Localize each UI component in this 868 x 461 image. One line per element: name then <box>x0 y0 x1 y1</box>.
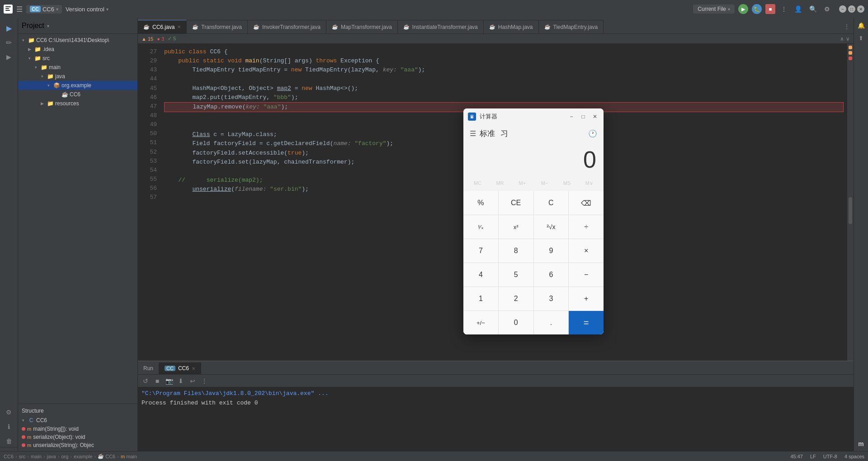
stop-button[interactable]: ■ <box>765 4 775 14</box>
m-icon[interactable]: m <box>856 438 867 449</box>
bottom-tab-run[interactable]: Run <box>138 362 159 374</box>
tree-item-src[interactable]: ▾ 📁 src <box>18 54 137 63</box>
tree-item-idea[interactable]: ▶ 📁 .idea <box>18 45 137 54</box>
current-file-selector[interactable]: Current File ▾ <box>693 5 735 14</box>
calc-mv-button[interactable]: M∨ <box>579 177 600 189</box>
breadcrumb-cc6-file[interactable]: ☕ CC6 <box>98 453 115 459</box>
breadcrumb-org[interactable]: org <box>61 454 68 459</box>
tree-item-cc6-root[interactable]: ▾ 📁 CC6 C:\Users\14341\Desktop\ <box>18 36 137 45</box>
scroll-end-icon[interactable]: ⬇ <box>176 376 186 386</box>
debug-button[interactable]: 🐛 <box>752 4 762 14</box>
calc-mr-button[interactable]: MR <box>489 177 510 189</box>
tab-more-button[interactable]: ⋮ <box>840 20 854 33</box>
status-encoding[interactable]: UTF-8 <box>823 454 837 459</box>
search-icon[interactable]: 🔍 <box>807 5 819 14</box>
tab-tiedmapentry[interactable]: ☕ TiedMapEntry.java <box>539 20 604 33</box>
stop-run-icon[interactable]: ■ <box>152 376 162 386</box>
calc-maximize-button[interactable]: □ <box>579 113 587 121</box>
tab-invokertransformer[interactable]: ☕ InvokerTransformer.java <box>248 20 326 33</box>
tree-item-cc6-file[interactable]: ☕ CC6 <box>18 90 137 99</box>
calc-reciprocal-button[interactable]: ¹∕ₓ <box>463 215 498 239</box>
tab-close-icon[interactable]: ✕ <box>177 24 181 29</box>
tree-item-resources[interactable]: ▶ 📁 resources <box>18 99 137 108</box>
bottom-tab-cc6[interactable]: CC CC6 ✕ <box>159 362 201 374</box>
calc-close-button[interactable]: ✕ <box>591 113 599 121</box>
calc-mplus-button[interactable]: M+ <box>512 177 533 189</box>
collapse-icon[interactable]: ∨ <box>846 36 850 42</box>
breadcrumb-example[interactable]: example <box>74 454 93 459</box>
calc-ms-button[interactable]: MS <box>556 177 577 189</box>
calc-mc-button[interactable]: MC <box>467 177 488 189</box>
calc-decimal-button[interactable]: . <box>534 311 569 334</box>
breadcrumb-main[interactable]: main <box>31 454 42 459</box>
calc-6-button[interactable]: 6 <box>534 263 569 287</box>
tab-hashmap[interactable]: ☕ HashMap.java <box>484 20 539 33</box>
breadcrumb-java[interactable]: java <box>47 454 56 459</box>
tree-item-java[interactable]: ▾ 📁 java <box>18 72 137 81</box>
calc-1-button[interactable]: 1 <box>463 287 498 310</box>
notifications-icon[interactable]: 🔔 <box>856 20 867 31</box>
calc-negate-button[interactable]: +/− <box>463 311 498 334</box>
calc-5-button[interactable]: 5 <box>499 263 533 287</box>
breadcrumb-src[interactable]: src <box>19 454 26 459</box>
status-lf[interactable]: LF <box>810 454 816 459</box>
calc-hamburger-icon[interactable]: ☰ <box>470 129 476 138</box>
project-selector[interactable]: CC CC6 ▾ <box>26 5 62 14</box>
status-indent[interactable]: 4 spaces <box>844 454 864 459</box>
calc-minimize-button[interactable]: − <box>567 113 576 121</box>
calc-plus-button[interactable]: + <box>569 287 604 310</box>
structure-method-unserialize[interactable]: m unserialize(String): Objec <box>18 441 137 449</box>
maximize-button[interactable]: □ <box>848 5 855 13</box>
calc-ce-button[interactable]: CE <box>499 191 533 215</box>
settings-tool-icon[interactable]: ⚙ <box>3 406 15 419</box>
minimize-button[interactable]: − <box>839 5 846 13</box>
tab-maptransformer[interactable]: ☕ MapTransformer.java <box>326 20 398 33</box>
scrollbar-thumb[interactable] <box>849 197 852 224</box>
calc-9-button[interactable]: 9 <box>534 239 569 263</box>
settings-icon[interactable]: ⚙ <box>822 5 832 14</box>
calc-sqrt-button[interactable]: ²√x <box>534 215 569 239</box>
calc-0-button[interactable]: 0 <box>499 311 533 334</box>
calc-divide-button[interactable]: ÷ <box>569 215 604 239</box>
rerun-icon[interactable]: ↺ <box>141 376 151 386</box>
bottom-tab-close[interactable]: ✕ <box>192 366 195 371</box>
expand-icon[interactable]: ∧ <box>840 36 844 42</box>
calc-2-button[interactable]: 2 <box>499 287 533 310</box>
profile-icon[interactable]: 👤 <box>793 5 804 14</box>
calc-minus-button[interactable]: − <box>569 263 604 287</box>
tab-instantiatetransformer[interactable]: ☕ InstantiateTransformer.java <box>398 20 484 33</box>
structure-class[interactable]: ▾ C CC6 <box>18 416 137 425</box>
breadcrumb-main-method[interactable]: m main <box>121 454 137 459</box>
calc-4-button[interactable]: 4 <box>463 263 498 287</box>
calc-equals-button[interactable]: = <box>569 311 604 334</box>
wrap-icon[interactable]: ↩ <box>188 376 198 386</box>
more-options-icon[interactable]: ⋮ <box>779 5 789 14</box>
calc-c-button[interactable]: C <box>534 191 569 215</box>
hamburger-icon[interactable]: ☰ <box>16 5 23 14</box>
tab-cc6[interactable]: ☕ CC6.java ✕ <box>138 20 187 33</box>
run-tool-icon[interactable]: ▶ <box>3 22 15 34</box>
tree-item-org-example[interactable]: ▾ 📦 org.example <box>18 81 137 90</box>
screenshot-icon[interactable]: 📷 <box>164 376 174 386</box>
calc-percent-button[interactable]: % <box>463 191 498 215</box>
calc-mminus-button[interactable]: M− <box>534 177 555 189</box>
vcs-selector[interactable]: Version control ▾ <box>66 6 108 13</box>
more-icon[interactable]: ⋮ <box>199 376 209 386</box>
close-button[interactable]: ✕ <box>857 5 864 13</box>
tab-transformer[interactable]: ☕ Transformer.java <box>187 20 248 33</box>
structure-method-serialize[interactable]: m serialize(Object): void <box>18 433 137 441</box>
play-tool-icon[interactable]: ▶ <box>3 51 15 63</box>
trash-tool-icon[interactable]: 🗑 <box>3 435 15 447</box>
calc-3-button[interactable]: 3 <box>534 287 569 310</box>
calc-backspace-button[interactable]: ⌫ <box>569 191 604 215</box>
run-button[interactable]: ▶ <box>738 4 748 14</box>
git-icon[interactable]: ⬆ <box>856 33 867 43</box>
calc-history-icon[interactable]: 🕐 <box>588 129 597 138</box>
structure-method-main[interactable]: m main(String[]): void <box>18 425 137 433</box>
tree-item-main[interactable]: ▾ 📁 main <box>18 63 137 72</box>
calc-8-button[interactable]: 8 <box>499 239 533 263</box>
calc-multiply-button[interactable]: × <box>569 239 604 263</box>
breadcrumb-cc6[interactable]: CC6 <box>4 454 14 459</box>
info-tool-icon[interactable]: ℹ <box>3 420 15 433</box>
pencil-tool-icon[interactable]: ✏ <box>3 36 15 49</box>
